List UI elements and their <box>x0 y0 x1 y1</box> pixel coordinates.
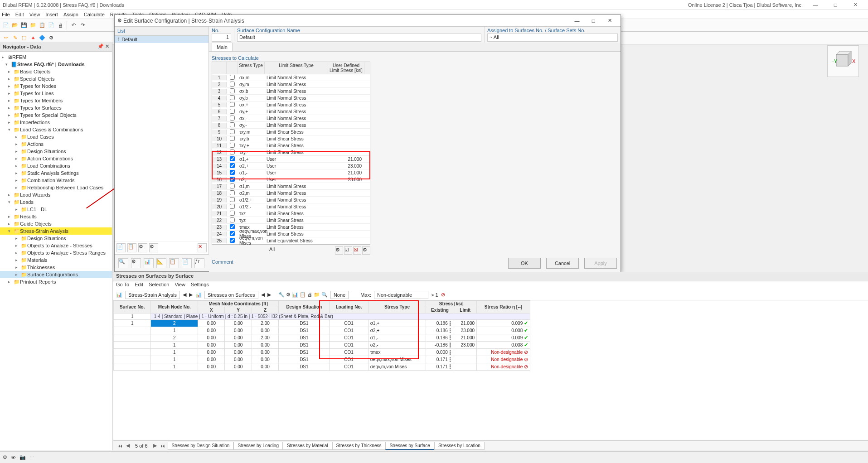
grid-row[interactable]: 1σx,mLimit Normal Stress <box>212 74 370 81</box>
row-checkbox[interactable] <box>230 170 235 175</box>
row-checkbox[interactable] <box>230 109 235 114</box>
grid-tool-icon[interactable]: ⚙ <box>362 246 370 255</box>
tool-icon[interactable]: 🔺 <box>29 34 37 42</box>
tree-item[interactable]: ▸📁 Static Analysis Settings <box>0 169 112 177</box>
menu-insert[interactable]: Insert <box>45 12 58 17</box>
result-tab[interactable]: Stresses by Thickness <box>332 442 386 450</box>
row-checkbox[interactable] <box>230 197 235 202</box>
menu-edit[interactable]: Edit <box>15 12 24 17</box>
grid-row[interactable]: 4σy,bLimit Normal Stress <box>212 95 370 101</box>
results-type-dropdown[interactable]: Stress-Strain Analysis <box>125 291 180 299</box>
next-page-icon[interactable]: ▶ <box>151 443 159 449</box>
row-checkbox[interactable] <box>230 238 235 243</box>
tree-item[interactable]: ▸📁 Actions <box>0 140 112 148</box>
no-input[interactable]: 1 <box>212 34 231 42</box>
result-tab[interactable]: Stresses by Design Situation <box>168 442 234 450</box>
row-checkbox[interactable] <box>230 102 235 107</box>
result-tab[interactable]: Stresses by Surface <box>385 442 434 450</box>
menu-view[interactable]: View <box>29 12 40 17</box>
nav-prev-icon[interactable]: ◀ <box>183 292 186 298</box>
prev-page-icon[interactable]: ◀ <box>124 443 131 449</box>
row-checkbox[interactable] <box>230 231 235 236</box>
menu-calculate[interactable]: Calculate <box>84 12 105 17</box>
result-row[interactable]: 10.000.000.00DS1CO1σ2,+-0.186 ┇23.0000.0… <box>114 327 530 334</box>
menu-file[interactable]: File <box>2 12 10 17</box>
nav-next-icon[interactable]: ▶ <box>189 292 193 298</box>
apply-button[interactable]: Apply <box>584 258 617 269</box>
close-button[interactable]: ✕ <box>845 0 865 10</box>
open-icon[interactable]: 📂 <box>11 21 19 29</box>
tree-item[interactable]: ▸📁 Thicknesses <box>0 264 112 271</box>
row-checkbox[interactable] <box>230 143 235 148</box>
list-tool-icon[interactable]: ⚙ <box>138 243 147 252</box>
status-icon[interactable]: 📷 <box>19 454 26 460</box>
results-menu-item[interactable]: Selection <box>149 282 169 289</box>
row-checkbox[interactable] <box>230 183 235 188</box>
grid-row[interactable]: 17σ1,mLimit Normal Stress <box>212 183 370 190</box>
foot-icon[interactable]: 🔍 <box>118 258 128 268</box>
grid-row[interactable]: 11τxy,+Limit Shear Stress <box>212 142 370 149</box>
tree-item[interactable]: ▸📁 Design Situations <box>0 148 112 155</box>
save-icon[interactable]: 💾 <box>20 21 28 29</box>
new-icon[interactable]: 📄 <box>2 21 10 29</box>
grid-row[interactable]: 15σ1,-User21.000 <box>212 169 370 176</box>
row-checkbox[interactable] <box>230 116 235 121</box>
grid-row[interactable]: 8σy,-Limit Normal Stress <box>212 122 370 129</box>
tree-item[interactable]: ▸📁 Combination Wizards <box>0 177 112 184</box>
filter-dropdown[interactable]: None <box>330 291 349 299</box>
grid-row[interactable]: 10τxy,bLimit Shear Stress <box>212 135 370 142</box>
result-row[interactable]: 20.000.002.00DS1CO1σ1,-0.186 ┇21.0000.00… <box>114 334 530 342</box>
undo-icon[interactable]: ↶ <box>69 21 78 29</box>
list-new-icon[interactable]: 📄 <box>116 243 126 252</box>
print-icon[interactable]: 🖨 <box>56 21 64 29</box>
grid-tool-icon[interactable]: ☑ <box>344 246 352 255</box>
axes-cube[interactable]: -Y X <box>827 45 859 77</box>
folder-icon[interactable]: 📁 <box>29 21 37 29</box>
row-checkbox[interactable] <box>230 150 235 154</box>
last-page-icon[interactable]: ⏭ <box>160 443 167 449</box>
tree-item[interactable]: ▸📁 Load Cases <box>0 133 112 140</box>
result-tab[interactable]: Stresses by Location <box>434 442 485 450</box>
results-menu-item[interactable]: Settings <box>191 282 209 289</box>
list-delete-icon[interactable]: ✕ <box>198 243 207 252</box>
list-copy-icon[interactable]: 📋 <box>127 243 136 252</box>
assigned-input[interactable]: ~ All <box>487 34 618 42</box>
tree-item[interactable]: ▸📁 Types for Lines <box>0 90 112 97</box>
tree-item[interactable]: ▾📁 Loads <box>0 198 112 206</box>
tree-item[interactable]: ▸📁 Types for Nodes <box>0 82 112 90</box>
tree-item[interactable]: ▸📁 Basic Objects <box>0 68 112 75</box>
tree-item[interactable]: ▸📁 Surface Configurations <box>0 271 112 278</box>
grid-row[interactable]: 9τxy,mLimit Shear Stress <box>212 129 370 135</box>
row-checkbox[interactable] <box>230 156 235 161</box>
grid-row[interactable]: 20σ1/2,-Limit Normal Stress <box>212 203 370 210</box>
tree-item[interactable]: ▸📁 Types for Surfaces <box>0 104 112 111</box>
tree-item[interactable]: ▸📁 Objects to Analyze - Stress Ranges <box>0 249 112 256</box>
grid-row[interactable]: 23τmaxLimit Shear Stress <box>212 224 370 231</box>
tree-item[interactable]: ▸📁 Action Combinations <box>0 155 112 162</box>
tree-item[interactable]: ▸📁 Relationship Between Load Cases <box>0 184 112 191</box>
row-checkbox[interactable] <box>230 224 235 229</box>
first-page-icon[interactable]: ⏮ <box>116 443 123 449</box>
dialog-maximize[interactable]: □ <box>585 18 601 24</box>
tool-icon[interactable]: 🔷 <box>38 34 46 42</box>
row-checkbox[interactable] <box>230 190 235 195</box>
grid-row[interactable]: 2σy,mLimit Normal Stress <box>212 81 370 88</box>
tool-icon[interactable]: ⬚ <box>20 34 28 42</box>
results-view-dropdown[interactable]: Stresses on Surfaces <box>204 291 258 299</box>
navigator-tree[interactable]: ▸🖥 RFEM ▾📘 Stress FAQ.rf6* | Downloads ▸… <box>0 52 112 287</box>
tree-item[interactable]: ▸📁 Types for Members <box>0 97 112 104</box>
tree-project[interactable]: ▾📘 Stress FAQ.rf6* | Downloads <box>0 61 112 68</box>
grid-row[interactable]: 6σy,+Limit Normal Stress <box>212 108 370 115</box>
status-icon[interactable]: ⋯ <box>29 454 34 460</box>
results-menu-item[interactable]: View <box>175 282 185 289</box>
foot-icon[interactable]: 📄 <box>182 258 192 268</box>
copy-icon[interactable]: 📋 <box>38 21 46 29</box>
tab-main[interactable]: Main <box>212 43 233 51</box>
foot-icon[interactable]: ⚙ <box>131 258 141 268</box>
nav-prev-icon[interactable]: ◀ <box>261 292 265 298</box>
result-row[interactable]: 10.000.000.00DS1CO1σ2,--0.186 ┇23.0000.0… <box>114 342 530 349</box>
tree-item[interactable]: ▸📁 Guide Objects <box>0 220 112 227</box>
paste-icon[interactable]: 📄 <box>47 21 55 29</box>
results-grid[interactable]: Surface No.Mesh Node No.Mesh Node Coordi… <box>113 300 868 371</box>
foot-icon[interactable]: ƒτ <box>194 258 204 268</box>
